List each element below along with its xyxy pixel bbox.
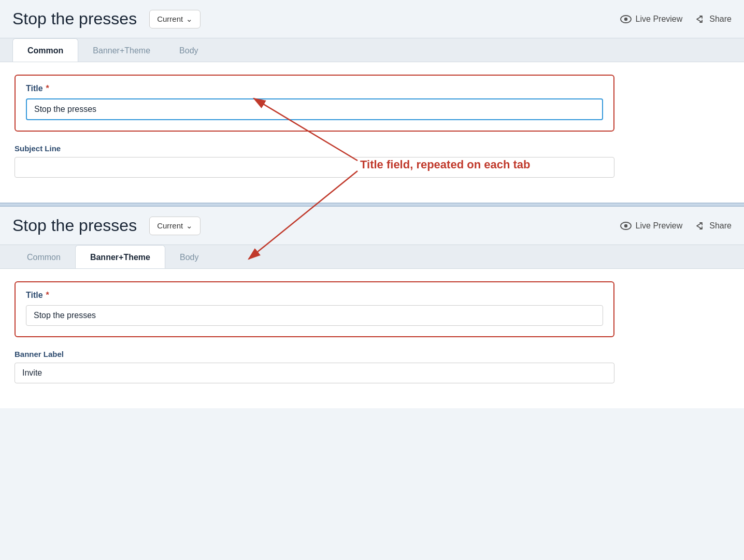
live-preview-button-2[interactable]: Live Preview <box>620 221 683 231</box>
dropdown-label-1: Current <box>157 15 183 23</box>
page-title-2: Stop the presses <box>12 216 137 235</box>
content-area-2: Title * Banner Label <box>0 268 744 408</box>
svg-point-8 <box>624 224 627 227</box>
subject-line-input-1[interactable] <box>15 157 614 178</box>
header-right-2: Live Preview Share <box>620 221 732 231</box>
banner-label-group: Banner Label <box>15 350 614 383</box>
tab-body-1[interactable]: Body <box>165 39 212 62</box>
tab-body-2[interactable]: Body <box>165 246 213 268</box>
tab-banner-theme-1[interactable]: Banner+Theme <box>78 39 165 62</box>
banner-label-input[interactable] <box>15 363 614 383</box>
title-field-label-2: Title * <box>26 291 603 300</box>
title-field-group-2: Title * <box>15 281 614 337</box>
tabs-bar-2: Common Banner+Theme Body <box>0 245 744 268</box>
title-input-1[interactable] <box>26 98 603 120</box>
share-icon-2 <box>695 221 705 231</box>
share-label-2: Share <box>709 221 732 231</box>
header-1: Stop the presses Current ⌄ Live Preview <box>0 0 744 38</box>
live-preview-label-2: Live Preview <box>636 221 683 231</box>
page-wrapper: Stop the presses Current ⌄ Live Preview <box>0 0 744 408</box>
dropdown-label-2: Current <box>157 221 183 230</box>
header-right-1: Live Preview Share <box>620 14 732 24</box>
title-input-2[interactable] <box>26 305 603 326</box>
tabs-bar-1: Common Banner+Theme Body <box>0 38 744 62</box>
required-star-2: * <box>46 291 49 300</box>
share-button-2[interactable]: Share <box>695 221 732 231</box>
current-dropdown-1[interactable]: Current ⌄ <box>149 10 201 28</box>
svg-point-1 <box>624 17 627 20</box>
share-button-1[interactable]: Share <box>695 14 732 24</box>
eye-icon-1 <box>620 15 632 23</box>
section-divider <box>0 203 744 207</box>
subject-line-label-1: Subject Line <box>15 144 614 153</box>
share-icon-1 <box>695 14 705 24</box>
required-star-1: * <box>46 84 49 93</box>
live-preview-button-1[interactable]: Live Preview <box>620 15 683 24</box>
subject-line-group-1: Subject Line <box>15 144 614 178</box>
live-preview-label-1: Live Preview <box>636 15 683 24</box>
tab-common-2[interactable]: Common <box>12 246 75 268</box>
page-title-1: Stop the presses <box>12 9 137 28</box>
title-field-group-1: Title * <box>15 75 614 132</box>
content-area-1: Title * Subject Line <box>0 62 744 203</box>
banner-label-label: Banner Label <box>15 350 614 358</box>
chevron-down-icon-1: ⌄ <box>186 15 193 24</box>
eye-icon-2 <box>620 222 632 230</box>
header-2: Stop the presses Current ⌄ Live Preview <box>0 207 744 245</box>
tab-banner-theme-2[interactable]: Banner+Theme <box>75 245 165 269</box>
tab-common-1[interactable]: Common <box>12 38 78 62</box>
section-2: Stop the presses Current ⌄ Live Preview <box>0 207 744 408</box>
share-label-1: Share <box>709 15 732 24</box>
current-dropdown-2[interactable]: Current ⌄ <box>149 217 201 235</box>
chevron-down-icon-2: ⌄ <box>186 221 193 231</box>
title-field-label-1: Title * <box>26 84 603 93</box>
section-1: Stop the presses Current ⌄ Live Preview <box>0 0 744 203</box>
